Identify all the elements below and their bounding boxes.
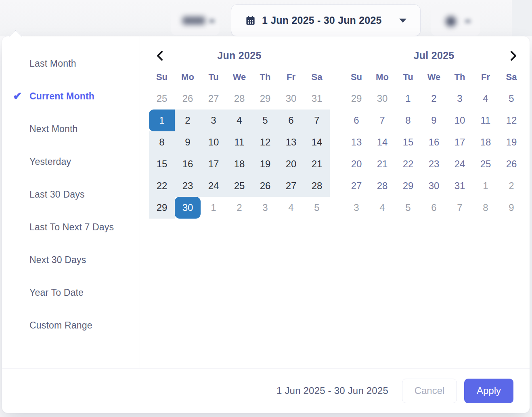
day-cell[interactable]: 2 (175, 110, 201, 131)
day-cell[interactable]: 2 (421, 88, 447, 110)
preset-item-year-to-date[interactable]: Year To Date (2, 276, 140, 309)
preset-item-label: Yesterday (29, 156, 71, 167)
day-cell[interactable]: 28 (226, 88, 252, 110)
day-cell[interactable]: 8 (395, 110, 421, 131)
day-cell[interactable]: 19 (252, 153, 278, 175)
day-cell[interactable]: 27 (201, 88, 226, 110)
preset-item-custom-range[interactable]: Custom Range (2, 309, 140, 342)
preset-item-last-month[interactable]: Last Month (2, 47, 140, 80)
day-cell[interactable]: 28 (304, 175, 330, 197)
day-cell[interactable]: 1 (473, 175, 498, 197)
day-cell[interactable]: 15 (395, 131, 421, 153)
day-cell[interactable]: 3 (447, 88, 473, 110)
day-cell[interactable]: 30 (369, 88, 395, 110)
day-cell[interactable]: 6 (278, 110, 304, 131)
day-cell[interactable]: 27 (343, 175, 369, 197)
day-cell[interactable]: 4 (473, 88, 498, 110)
day-cell[interactable]: 17 (447, 131, 473, 153)
day-cell[interactable]: 2 (226, 197, 252, 219)
day-cell[interactable]: 22 (395, 153, 421, 175)
day-cell[interactable]: 14 (369, 131, 395, 153)
preset-item-next-month[interactable]: Next Month (2, 113, 140, 145)
day-cell[interactable]: 29 (395, 175, 421, 197)
day-cell[interactable]: 7 (447, 197, 473, 219)
day-cell[interactable]: 29 (252, 88, 278, 110)
day-cell[interactable]: 6 (421, 197, 447, 219)
apply-button[interactable]: Apply (464, 379, 513, 403)
day-cell[interactable]: 25 (226, 175, 252, 197)
day-cell[interactable]: 20 (278, 153, 304, 175)
day-cell[interactable]: 5 (498, 88, 524, 110)
day-cell[interactable]: 4 (226, 110, 252, 131)
day-cell[interactable]: 18 (226, 153, 252, 175)
day-cell[interactable]: 16 (175, 153, 201, 175)
day-cell[interactable]: 11 (226, 131, 252, 153)
day-cell[interactable]: 5 (395, 197, 421, 219)
day-cell[interactable]: 5 (252, 110, 278, 131)
day-cell[interactable]: 26 (252, 175, 278, 197)
day-cell[interactable]: 9 (175, 131, 201, 153)
day-cell[interactable]: 4 (369, 197, 395, 219)
day-cell[interactable]: 9 (421, 110, 447, 131)
day-cell[interactable]: 10 (201, 131, 226, 153)
day-cell[interactable]: 3 (252, 197, 278, 219)
day-cell[interactable]: 21 (369, 153, 395, 175)
day-cell[interactable]: 15 (149, 153, 175, 175)
preset-item-next-30-days[interactable]: Next 30 Days (2, 244, 140, 276)
day-cell[interactable]: 25 (473, 153, 498, 175)
day-cell[interactable]: 26 (175, 88, 201, 110)
day-cell[interactable]: 14 (304, 131, 330, 153)
day-cell[interactable]: 24 (447, 153, 473, 175)
day-cell[interactable]: 5 (304, 197, 330, 219)
day-cell[interactable]: 31 (447, 175, 473, 197)
day-cell[interactable]: 22 (149, 175, 175, 197)
preset-item-last-30-days[interactable]: Last 30 Days (2, 178, 140, 211)
day-cell[interactable]: 16 (421, 131, 447, 153)
day-cell[interactable]: 13 (343, 131, 369, 153)
day-cell[interactable]: 29 (343, 88, 369, 110)
day-cell[interactable]: 20 (343, 153, 369, 175)
day-cell[interactable]: 7 (304, 110, 330, 131)
cancel-button[interactable]: Cancel (402, 379, 457, 403)
day-cell[interactable]: 23 (175, 175, 201, 197)
day-cell[interactable]: 4 (278, 197, 304, 219)
day-cell[interactable]: 8 (149, 131, 175, 153)
day-cell[interactable]: 1 (395, 88, 421, 110)
day-cell[interactable]: 11 (473, 110, 498, 131)
date-range-trigger-button[interactable]: 1 Jun 2025 - 30 Jun 2025 (231, 4, 421, 36)
day-cell[interactable]: 7 (369, 110, 395, 131)
preset-item-current-month[interactable]: ✔Current Month (2, 80, 140, 113)
day-cell[interactable]: 23 (421, 153, 447, 175)
day-cell[interactable]: 1 (149, 110, 175, 131)
day-cell[interactable]: 6 (343, 110, 369, 131)
day-cell[interactable]: 8 (473, 197, 498, 219)
day-cell[interactable]: 17 (201, 153, 226, 175)
day-cell[interactable]: 30 (278, 88, 304, 110)
day-cell[interactable]: 27 (278, 175, 304, 197)
day-cell[interactable]: 12 (252, 131, 278, 153)
day-cell[interactable]: 28 (369, 175, 395, 197)
blurred-icon-control[interactable] (431, 5, 480, 36)
day-cell[interactable]: 3 (201, 110, 226, 131)
day-cell[interactable]: 30 (175, 197, 201, 219)
day-cell[interactable]: 12 (498, 110, 524, 131)
day-cell[interactable]: 30 (421, 175, 447, 197)
day-cell[interactable]: 9 (498, 197, 524, 219)
day-cell[interactable]: 19 (498, 131, 524, 153)
day-cell[interactable]: 29 (149, 197, 175, 219)
day-cell[interactable]: 21 (304, 153, 330, 175)
preset-item-yesterday[interactable]: Yesterday (2, 145, 140, 178)
day-cell[interactable]: 18 (473, 131, 498, 153)
day-cell[interactable]: 26 (498, 153, 524, 175)
day-cell[interactable]: 31 (304, 88, 330, 110)
day-cell[interactable]: 3 (343, 197, 369, 219)
day-cell[interactable]: 25 (149, 88, 175, 110)
day-cell[interactable]: 13 (278, 131, 304, 153)
day-cell[interactable]: 2 (498, 175, 524, 197)
blurred-dropdown-control[interactable] (171, 5, 220, 35)
preset-item-last-to-next-7-days[interactable]: Last To Next 7 Days (2, 211, 140, 244)
day-grid: 2930123456789101112131415161718192021222… (343, 88, 524, 219)
day-cell[interactable]: 1 (201, 197, 226, 219)
day-cell[interactable]: 24 (201, 175, 226, 197)
day-cell[interactable]: 10 (447, 110, 473, 131)
